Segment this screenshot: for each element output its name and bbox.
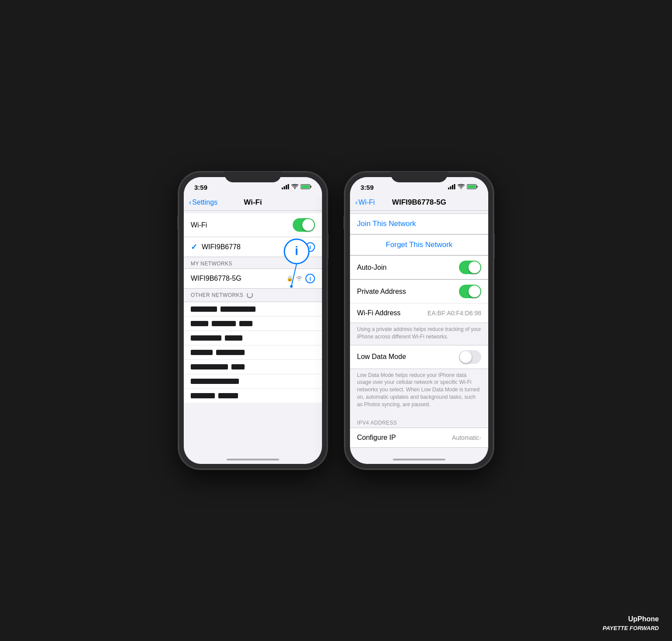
wifi-address-label: Wi-Fi Address (357, 309, 427, 317)
low-data-mode-description: Low Data Mode helps reduce your iPhone d… (350, 369, 488, 413)
auto-join-row[interactable]: Auto-Join (350, 256, 488, 279)
connected-network-name: WIFI9B6778 (202, 243, 287, 251)
wifi-signal-icon (296, 243, 303, 251)
wifi-status-icon-left (291, 184, 298, 190)
blurred-text-3a (191, 335, 221, 341)
svg-point-9 (299, 279, 300, 280)
network-detail-content: Join This Network Forget This Network Au… (350, 211, 488, 455)
blurred-network-5[interactable] (184, 360, 322, 374)
network-icons: 🔒 i (287, 242, 315, 252)
blurred-network-7[interactable] (184, 389, 322, 403)
wifi-label: Wi-Fi (191, 221, 293, 229)
forget-network-label[interactable]: Forget This Network (357, 240, 481, 249)
blurred-text-5a (191, 364, 228, 369)
wifi-toggle-row[interactable]: Wi-Fi (184, 213, 322, 237)
blurred-text-7a (191, 393, 215, 398)
svg-rect-21 (468, 185, 476, 188)
wifi-address-row: Wi-Fi Address EA:BF:A0:F4:D6:98 (350, 303, 488, 323)
blurred-text-4b (216, 350, 245, 355)
private-address-toggle[interactable] (459, 285, 481, 298)
lock-icon-my: 🔒 (287, 275, 293, 282)
svg-rect-7 (301, 185, 310, 188)
blurred-network-1[interactable] (184, 302, 322, 317)
blurred-network-2[interactable] (184, 317, 322, 331)
wifi-toggle[interactable] (293, 218, 315, 232)
blurred-text-1b (220, 307, 256, 312)
nav-bar-left: ‹ Settings Wi-Fi (184, 196, 322, 211)
blurred-network-6[interactable] (184, 374, 322, 389)
my-network-item-row[interactable]: WIFI9B6778-5G 🔒 i (184, 269, 322, 288)
auto-join-toggle[interactable] (459, 261, 481, 274)
info-button-my-network[interactable]: i (305, 274, 315, 283)
blurred-text-5b (231, 364, 245, 369)
blurred-text-4a (191, 350, 213, 355)
blurred-network-4[interactable] (184, 345, 322, 360)
info-button-connected[interactable]: i (305, 242, 315, 252)
loading-spinner (247, 292, 253, 298)
svg-rect-0 (282, 188, 283, 189)
right-phone: 3:59 (345, 172, 494, 469)
home-indicator-left (184, 455, 322, 464)
page-title-left: Wi-Fi (244, 198, 262, 207)
blurred-text-1a (191, 307, 217, 312)
page-title-right: WIFI9B6778-5G (392, 198, 446, 207)
svg-point-18 (461, 188, 462, 189)
watermark: UpPhone PAYETTE FORWARD (602, 614, 659, 632)
watermark-line1: UpPhone (602, 614, 659, 624)
ipv4-header: IPV4 ADDRESS (350, 413, 488, 428)
my-networks-header: MY NETWORKS (184, 257, 322, 268)
svg-rect-3 (288, 184, 289, 189)
svg-rect-16 (452, 185, 453, 189)
notch-right (391, 172, 448, 182)
svg-rect-15 (450, 186, 452, 189)
watermark-line2: PAYETTE FORWARD (602, 624, 659, 632)
home-indicator-right (350, 455, 488, 464)
other-networks-header: OTHER NETWORKS (184, 289, 322, 302)
wifi-signal-my (296, 275, 303, 282)
svg-rect-6 (311, 186, 312, 188)
configure-ip-value: Automatic (452, 434, 479, 441)
private-address-row[interactable]: Private Address (350, 280, 488, 303)
private-address-description: Using a private address helps reduce tra… (350, 323, 488, 345)
svg-rect-17 (454, 184, 455, 189)
back-button-left[interactable]: ‹ Settings (189, 199, 217, 206)
left-phone: 3:59 (178, 172, 327, 469)
low-data-mode-row[interactable]: Low Data Mode (350, 345, 488, 369)
join-network-label[interactable]: Join This Network (357, 219, 416, 228)
chevron-icon-ip: › (479, 434, 481, 441)
connected-network-row[interactable]: ✓ WIFI9B6778 🔒 i (184, 237, 322, 257)
configure-ip-label: Configure IP (357, 434, 452, 442)
private-address-label: Private Address (357, 288, 459, 296)
signal-icon-left (282, 184, 289, 190)
checkmark-icon: ✓ (191, 242, 197, 252)
time-left: 3:59 (194, 184, 207, 191)
svg-point-8 (299, 248, 300, 249)
status-icons-left (282, 184, 312, 190)
svg-rect-14 (448, 188, 449, 189)
lock-icon: 🔒 (287, 244, 293, 250)
blurred-text-2a (191, 321, 208, 326)
battery-icon-right (467, 184, 478, 190)
svg-rect-20 (477, 186, 478, 188)
dns-header: DNS (350, 448, 488, 455)
svg-rect-2 (286, 185, 287, 189)
nav-bar-right: ‹ Wi-Fi WIFI9B6778-5G (350, 196, 488, 211)
blurred-text-3b (225, 335, 242, 341)
blurred-network-3[interactable] (184, 331, 322, 345)
low-data-mode-label: Low Data Mode (357, 353, 459, 361)
configure-ip-row[interactable]: Configure IP Automatic › (350, 428, 488, 447)
status-icons-right (448, 184, 478, 190)
wifi-address-value: EA:BF:A0:F4:D6:98 (427, 310, 481, 317)
blurred-text-2c (239, 321, 252, 326)
low-data-mode-toggle[interactable] (459, 350, 481, 364)
blurred-text-2b (212, 321, 236, 326)
signal-icon-right (448, 184, 455, 190)
wifi-settings-content: Wi-Fi ✓ WIFI9B6778 🔒 (184, 211, 322, 455)
my-network-name: WIFI9B6778-5G (191, 275, 287, 282)
battery-icon-left (301, 184, 312, 190)
forget-network-row[interactable]: Forget This Network (350, 234, 488, 255)
svg-point-4 (294, 188, 295, 189)
notch (224, 172, 281, 182)
back-button-right[interactable]: ‹ Wi-Fi (355, 199, 375, 206)
svg-rect-1 (284, 186, 285, 189)
